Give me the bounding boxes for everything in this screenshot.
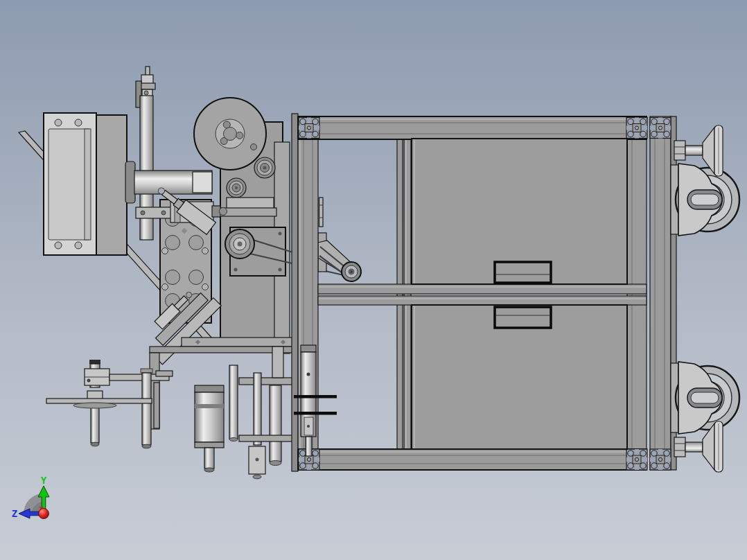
extrusion-cross-section xyxy=(626,449,647,470)
bearing-upper xyxy=(254,157,275,178)
frame-post-right-outer xyxy=(650,116,671,470)
extrusion-cross-section xyxy=(650,118,671,139)
origin-ball xyxy=(39,509,49,519)
bearing-lower xyxy=(227,178,246,198)
frame-rail-middle-b xyxy=(318,296,647,305)
idler-pulley xyxy=(342,262,361,281)
sensor-bar xyxy=(294,395,337,399)
electrical-box[interactable] xyxy=(44,113,127,255)
cad-viewport: Y Z xyxy=(0,0,747,560)
y-axis-label: Y xyxy=(41,475,47,486)
hinge xyxy=(319,198,324,227)
door-handle-upper[interactable] xyxy=(495,262,551,283)
frame-rail-middle-a xyxy=(318,284,647,294)
z-axis-label: Z xyxy=(12,508,17,519)
extrusion-cross-section xyxy=(626,118,647,139)
feed-reel-disc[interactable] xyxy=(194,98,266,170)
sensor-bar xyxy=(294,412,337,415)
door-handle-lower[interactable] xyxy=(495,307,551,328)
frame-rail-top xyxy=(298,116,647,139)
extrusion-cross-section xyxy=(299,118,319,139)
extrusion-cross-section xyxy=(650,449,671,470)
